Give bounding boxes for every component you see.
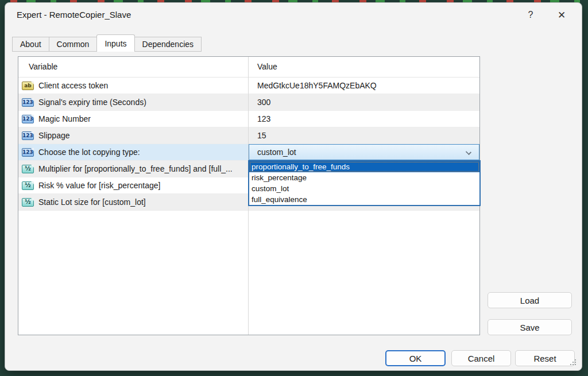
table-row[interactable]: 123Magic Number123 [18, 111, 479, 127]
param-icon-text: 123 [22, 133, 33, 138]
help-button[interactable]: ? [521, 6, 540, 24]
table-header: Variable Value [18, 57, 479, 77]
variable-cell: ½Multiplier for [proportionally_to_free_… [18, 161, 248, 177]
dropdown-option[interactable]: full_equivalence [249, 194, 479, 205]
save-button[interactable]: Save [488, 319, 572, 335]
int-param-icon: 123 [22, 115, 34, 123]
dropdown-option[interactable]: proportionally_to_free_funds [249, 161, 479, 172]
variable-cell: ½Risk % value for [risk_percentage] [18, 177, 248, 193]
param-icon-text: 123 [22, 100, 33, 105]
variable-cell: ½Static Lot size for [custom_lot] [18, 194, 248, 210]
int-param-icon: 123 [22, 131, 34, 140]
variable-label: Multiplier for [proportionally_to_free_f… [38, 164, 233, 173]
table-row[interactable]: 123Signal's expiry time (Seconds)300 [18, 94, 479, 111]
value-cell: custom_lot [249, 144, 479, 160]
variable-label: Signal's expiry time (Seconds) [38, 98, 146, 107]
variable-label: Client access token [38, 81, 108, 90]
tab-label: Dependencies [142, 40, 194, 49]
double-param-icon: ½ [22, 198, 34, 207]
tab-label: About [20, 40, 41, 49]
tab-label: Common [57, 40, 90, 49]
reset-button[interactable]: Reset [515, 350, 575, 366]
param-icon-text: ab [24, 83, 32, 88]
value-cell: 123 [249, 111, 479, 127]
param-icon-text: ½ [25, 183, 30, 188]
chevron-down-icon [466, 149, 471, 155]
double-param-icon: ½ [22, 181, 34, 190]
ok-button[interactable]: OK [385, 350, 446, 366]
variable-label: Static Lot size for [custom_lot] [38, 197, 146, 207]
table-row[interactable]: abClient access tokenMedGtkcUe18hY5FAMQz… [18, 77, 479, 94]
load-button[interactable]: Load [488, 292, 572, 308]
tab-common[interactable]: Common [49, 37, 98, 52]
tab-dependencies[interactable]: Dependencies [135, 37, 202, 52]
title-bar: Expert - RemoteCopier_Slave ? ✕ [5, 3, 582, 28]
int-param-icon: 123 [22, 148, 34, 157]
param-icon-text: 123 [22, 150, 33, 155]
lot-type-dropdown-list: proportionally_to_free_fundsrisk_percent… [248, 160, 481, 206]
table-row[interactable]: 123Slippage15 [18, 127, 479, 144]
variable-label: Choose the lot copying type: [38, 148, 140, 157]
resize-grip[interactable] [570, 359, 577, 366]
value-cell: 300 [249, 94, 479, 110]
variable-label: Slippage [38, 131, 70, 140]
double-param-icon: ½ [22, 165, 34, 173]
dropdown-option[interactable]: custom_lot [249, 183, 479, 194]
close-icon[interactable]: ✕ [552, 6, 571, 24]
string-param-icon: ab [22, 82, 34, 90]
value-cell: 15 [249, 127, 479, 144]
column-header-value: Value [257, 62, 277, 71]
value-cell: MedGtkcUe18hY5FAMQzEbAKQ [249, 77, 479, 94]
variable-cell: abClient access token [18, 77, 248, 94]
expert-properties-dialog: Expert - RemoteCopier_Slave ? ✕ AboutCom… [5, 2, 582, 371]
variable-cell: 123Magic Number [18, 111, 248, 127]
cancel-button[interactable]: Cancel [451, 350, 511, 366]
param-icon-text: ½ [25, 199, 30, 205]
tab-strip: AboutCommonInputsDependencies [12, 34, 202, 52]
tab-inputs[interactable]: Inputs [96, 34, 134, 52]
param-icon-text: ½ [25, 166, 30, 172]
int-param-icon: 123 [22, 98, 34, 107]
tab-about[interactable]: About [12, 37, 49, 52]
variable-label: Magic Number [38, 114, 91, 123]
tab-label: Inputs [105, 39, 126, 48]
variable-cell: 123Slippage [18, 127, 248, 144]
combobox-value: custom_lot [257, 148, 296, 157]
table-row[interactable]: 123Choose the lot copying type:custom_lo… [18, 144, 479, 161]
lot-type-combobox[interactable]: custom_lot [249, 144, 479, 160]
dialog-title: Expert - RemoteCopier_Slave [17, 10, 131, 20]
column-header-variable: Variable [29, 62, 57, 71]
param-icon-text: 123 [22, 117, 33, 122]
variable-label: Risk % value for [risk_percentage] [38, 181, 160, 190]
dropdown-option[interactable]: risk_percentage [249, 172, 479, 183]
variable-cell: 123Choose the lot copying type: [18, 144, 248, 160]
variable-cell: 123Signal's expiry time (Seconds) [18, 94, 248, 110]
